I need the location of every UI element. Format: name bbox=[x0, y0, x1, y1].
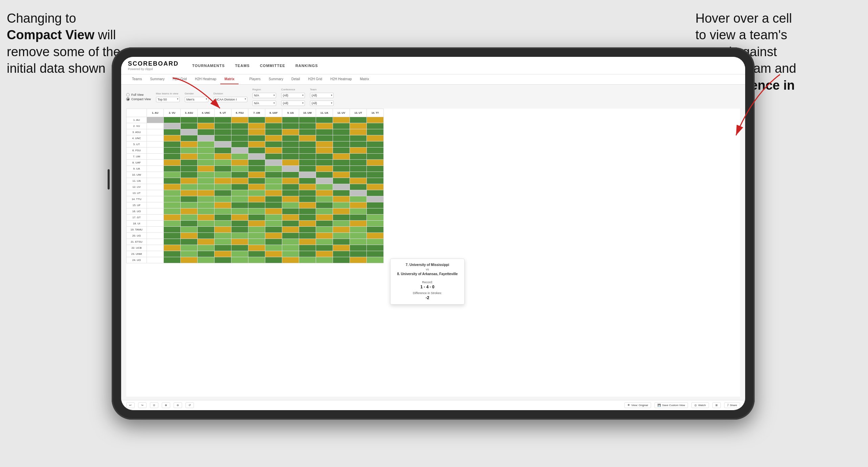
cell-6-3[interactable] bbox=[198, 154, 215, 160]
cell-12-5[interactable] bbox=[231, 190, 248, 196]
cell-18-10[interactable] bbox=[316, 227, 333, 233]
cell-21-6[interactable] bbox=[248, 245, 265, 251]
cell-8-12[interactable] bbox=[350, 166, 367, 172]
cell-13-6[interactable] bbox=[248, 196, 265, 202]
cell-5-6[interactable] bbox=[248, 148, 265, 154]
cell-3-11[interactable] bbox=[333, 135, 350, 141]
cell-3-10[interactable] bbox=[316, 135, 333, 141]
cell-1-8[interactable] bbox=[282, 123, 299, 129]
cell-21-12[interactable] bbox=[350, 245, 367, 251]
cell-1-13[interactable] bbox=[367, 123, 384, 129]
cell-2-12[interactable] bbox=[350, 129, 367, 135]
cell-3-6[interactable] bbox=[248, 135, 265, 141]
cell-23-3[interactable] bbox=[198, 257, 215, 263]
cell-0-9[interactable] bbox=[299, 117, 316, 123]
cell-23-1[interactable] bbox=[164, 257, 181, 263]
cell-14-7[interactable] bbox=[265, 202, 282, 208]
cell-3-2[interactable] bbox=[181, 135, 198, 141]
cell-15-0[interactable] bbox=[147, 208, 164, 215]
cell-5-12[interactable] bbox=[350, 148, 367, 154]
cell-22-3[interactable] bbox=[198, 251, 215, 257]
cell-23-5[interactable] bbox=[231, 257, 248, 263]
cell-0-5[interactable] bbox=[231, 117, 248, 123]
cell-4-8[interactable] bbox=[282, 141, 299, 148]
tab-matrix-left[interactable]: Matrix bbox=[220, 74, 238, 84]
cell-2-0[interactable] bbox=[147, 129, 164, 135]
cell-19-4[interactable] bbox=[215, 233, 231, 239]
cell-1-0[interactable] bbox=[147, 123, 164, 129]
cell-7-0[interactable] bbox=[147, 160, 164, 166]
cell-7-4[interactable] bbox=[215, 160, 231, 166]
cell-10-4[interactable] bbox=[215, 178, 231, 184]
cell-5-3[interactable] bbox=[198, 148, 215, 154]
cell-13-12[interactable] bbox=[350, 196, 367, 202]
cell-19-9[interactable] bbox=[299, 233, 316, 239]
cell-18-9[interactable] bbox=[299, 227, 316, 233]
cell-9-13[interactable] bbox=[367, 172, 384, 178]
cell-13-11[interactable] bbox=[333, 196, 350, 202]
cell-12-6[interactable] bbox=[248, 190, 265, 196]
cell-16-0[interactable] bbox=[147, 215, 164, 221]
cell-20-3[interactable] bbox=[198, 239, 215, 245]
cell-16-12[interactable] bbox=[350, 215, 367, 221]
cell-21-5[interactable] bbox=[231, 245, 248, 251]
cell-7-11[interactable] bbox=[333, 160, 350, 166]
cell-19-12[interactable] bbox=[350, 233, 367, 239]
cell-15-12[interactable] bbox=[350, 208, 367, 215]
cell-7-5[interactable] bbox=[231, 160, 248, 166]
cell-2-3[interactable] bbox=[198, 129, 215, 135]
cell-19-1[interactable] bbox=[164, 233, 181, 239]
cell-13-1[interactable] bbox=[164, 196, 181, 202]
tab-h2h-grid-right[interactable]: H2H Grid bbox=[304, 74, 326, 84]
cell-7-8[interactable] bbox=[282, 160, 299, 166]
cell-4-3[interactable] bbox=[198, 141, 215, 148]
cell-2-9[interactable] bbox=[299, 129, 316, 135]
cell-17-5[interactable] bbox=[231, 221, 248, 227]
cell-13-10[interactable] bbox=[316, 196, 333, 202]
cell-23-7[interactable] bbox=[265, 257, 282, 263]
cell-15-7[interactable] bbox=[265, 208, 282, 215]
cell-2-1[interactable] bbox=[164, 129, 181, 135]
cell-6-10[interactable] bbox=[316, 154, 333, 160]
cell-8-3[interactable] bbox=[198, 166, 215, 172]
cell-19-8[interactable] bbox=[282, 233, 299, 239]
cell-23-4[interactable] bbox=[215, 257, 231, 263]
team-select-2[interactable]: (All) bbox=[310, 101, 334, 106]
tab-detail[interactable]: Detail bbox=[287, 74, 304, 84]
cell-11-8[interactable] bbox=[282, 184, 299, 190]
cell-4-5[interactable] bbox=[231, 141, 248, 148]
cell-12-8[interactable] bbox=[282, 190, 299, 196]
matrix-scroll[interactable]: 1. AU 2. VU 3. ASU 4. UNC 5. UT 6. FSU 7… bbox=[126, 109, 740, 397]
cell-21-11[interactable] bbox=[333, 245, 350, 251]
cell-12-3[interactable] bbox=[198, 190, 215, 196]
cell-12-1[interactable] bbox=[164, 190, 181, 196]
region-select-2[interactable]: N/A bbox=[252, 101, 276, 106]
compact-view-radio[interactable]: Compact View bbox=[126, 97, 151, 101]
cell-1-9[interactable] bbox=[299, 123, 316, 129]
cell-23-13[interactable] bbox=[367, 257, 384, 263]
cell-15-13[interactable] bbox=[367, 208, 384, 215]
tab-h2h-grid-left[interactable]: H2H Grid bbox=[169, 74, 191, 84]
cell-10-3[interactable] bbox=[198, 178, 215, 184]
cell-14-5[interactable] bbox=[231, 202, 248, 208]
cell-6-2[interactable] bbox=[181, 154, 198, 160]
cell-17-0[interactable] bbox=[147, 221, 164, 227]
cell-20-7[interactable] bbox=[265, 239, 282, 245]
cell-11-3[interactable] bbox=[198, 184, 215, 190]
cell-21-10[interactable] bbox=[316, 245, 333, 251]
cell-18-1[interactable] bbox=[164, 227, 181, 233]
cell-11-9[interactable] bbox=[299, 184, 316, 190]
cell-10-2[interactable] bbox=[181, 178, 198, 184]
cell-12-11[interactable] bbox=[333, 190, 350, 196]
cell-5-11[interactable] bbox=[333, 148, 350, 154]
cell-10-13[interactable] bbox=[367, 178, 384, 184]
cell-0-8[interactable] bbox=[282, 117, 299, 123]
cell-9-10[interactable] bbox=[316, 172, 333, 178]
cell-18-6[interactable] bbox=[248, 227, 265, 233]
cell-23-9[interactable] bbox=[299, 257, 316, 263]
cell-4-6[interactable] bbox=[248, 141, 265, 148]
cell-1-12[interactable] bbox=[350, 123, 367, 129]
cell-13-8[interactable] bbox=[282, 196, 299, 202]
cell-4-1[interactable] bbox=[164, 141, 181, 148]
cell-0-4[interactable] bbox=[215, 117, 231, 123]
